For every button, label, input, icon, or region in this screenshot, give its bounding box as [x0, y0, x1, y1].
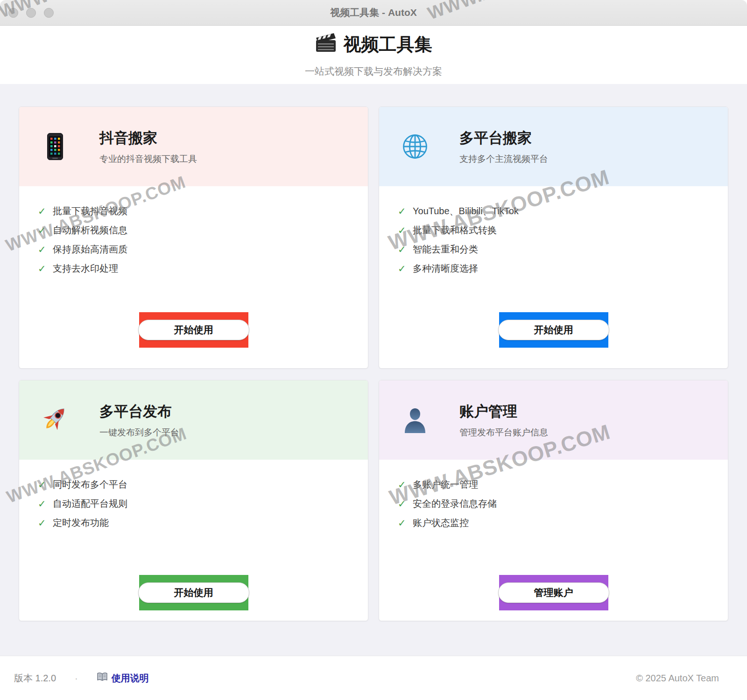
card-multiplatform-header: 多平台搬家 支持多个主流视频平台: [379, 107, 728, 186]
publish-start-button[interactable]: 开始使用: [138, 582, 249, 603]
zoom-window-button[interactable]: [44, 8, 54, 18]
feature-item: ✓同时发布多个平台: [38, 478, 368, 491]
check-icon: ✓: [398, 225, 413, 236]
card-account-management: 账户管理 管理发布平台账户信息 ✓多账户统一管理 ✓安全的登录信息存储 ✓账户状…: [379, 380, 728, 621]
card-subtitle: 支持多个主流视频平台: [459, 153, 548, 165]
feature-item: ✓多账户统一管理: [398, 478, 728, 491]
feature-item: ✓批量下载抖音视频: [38, 205, 368, 217]
usage-help-link[interactable]: 使用说明: [97, 672, 149, 685]
feature-item: ✓批量下载和格式转换: [398, 224, 728, 237]
usage-help-label: 使用说明: [112, 672, 149, 685]
card-multiplatform-mover: 多平台搬家 支持多个主流视频平台 ✓YouTube、Bilibili、TikTo…: [379, 106, 728, 369]
card-title: 账户管理: [459, 402, 548, 421]
phone-icon: [41, 133, 70, 160]
version-label: 版本 1.2.0: [14, 672, 56, 685]
app-header: 视频工具集 一站式视频下载与发布解决方案: [0, 26, 747, 84]
check-icon: ✓: [38, 498, 53, 510]
start-button-frame: 开始使用: [139, 575, 248, 610]
card-title: 抖音搬家: [99, 128, 197, 148]
feature-item: ✓多种清晰度选择: [398, 262, 728, 275]
user-icon: [401, 407, 430, 433]
feature-list: ✓多账户统一管理 ✓安全的登录信息存储 ✓账户状态监控: [379, 460, 728, 536]
footer: 版本 1.2.0 · 使用说明 © 2025 AutoX Team: [0, 656, 747, 700]
feature-item: ✓YouTube、Bilibili、TikTok: [398, 205, 728, 217]
card-douyin-mover: 抖音搬家 专业的抖音视频下载工具 ✓批量下载抖音视频 ✓自动解析视频信息 ✓保持…: [19, 106, 368, 369]
close-window-button[interactable]: [8, 8, 18, 18]
check-icon: ✓: [38, 518, 53, 529]
check-icon: ✓: [398, 518, 413, 529]
feature-item: ✓支持去水印处理: [38, 262, 368, 275]
window-title: 视频工具集 - AutoX: [330, 6, 416, 19]
douyin-start-button[interactable]: 开始使用: [138, 320, 249, 340]
manage-accounts-button[interactable]: 管理账户: [498, 582, 609, 603]
feature-item: ✓智能去重和分类: [398, 243, 728, 256]
check-icon: ✓: [38, 225, 53, 236]
minimize-window-button[interactable]: [26, 8, 36, 18]
book-icon: [97, 672, 108, 684]
check-icon: ✓: [38, 263, 53, 274]
card-subtitle: 专业的抖音视频下载工具: [99, 153, 197, 165]
card-multiplatform-publish: 多平台发布 一键发布到多个平台 ✓同时发布多个平台 ✓自动适配平台规则 ✓定时发…: [19, 380, 368, 621]
manage-button-frame: 管理账户: [499, 575, 608, 610]
feature-card-grid: 抖音搬家 专业的抖音视频下载工具 ✓批量下载抖音视频 ✓自动解析视频信息 ✓保持…: [19, 106, 728, 621]
feature-list: ✓批量下载抖音视频 ✓自动解析视频信息 ✓保持原始高清画质 ✓支持去水印处理: [19, 186, 368, 281]
page-subtitle: 一站式视频下载与发布解决方案: [0, 65, 747, 78]
main-content: 抖音搬家 专业的抖音视频下载工具 ✓批量下载抖音视频 ✓自动解析视频信息 ✓保持…: [0, 84, 747, 656]
clapperboard-icon: [315, 32, 337, 57]
card-title: 多平台发布: [99, 402, 179, 421]
page-title: 视频工具集: [0, 32, 747, 57]
card-subtitle: 管理发布平台账户信息: [459, 427, 548, 439]
start-button-frame: 开始使用: [499, 312, 608, 348]
check-icon: ✓: [38, 479, 53, 490]
feature-item: ✓定时发布功能: [38, 517, 368, 529]
feature-item: ✓安全的登录信息存储: [398, 497, 728, 510]
app-window: 视频工具集 - AutoX 视频工具集 一站式视频下载与发布解决方案: [0, 0, 747, 700]
page-title-text: 视频工具集: [344, 33, 432, 56]
card-subtitle: 一键发布到多个平台: [99, 427, 179, 439]
card-title: 多平台搬家: [459, 128, 548, 148]
feature-list: ✓同时发布多个平台 ✓自动适配平台规则 ✓定时发布功能: [19, 460, 368, 536]
dot-separator: ·: [75, 673, 78, 684]
titlebar: 视频工具集 - AutoX: [0, 0, 747, 26]
card-publish-header: 多平台发布 一键发布到多个平台: [19, 380, 368, 460]
check-icon: ✓: [398, 263, 413, 274]
check-icon: ✓: [398, 498, 413, 510]
check-icon: ✓: [398, 479, 413, 490]
copyright-label: © 2025 AutoX Team: [636, 673, 719, 684]
check-icon: ✓: [38, 244, 53, 255]
window-controls: [8, 8, 54, 18]
rocket-icon: [41, 406, 70, 434]
globe-icon: [401, 133, 430, 160]
feature-item: ✓自动解析视频信息: [38, 224, 368, 237]
card-douyin-header: 抖音搬家 专业的抖音视频下载工具: [19, 107, 368, 186]
multiplatform-start-button[interactable]: 开始使用: [498, 320, 609, 340]
start-button-frame: 开始使用: [139, 312, 248, 348]
check-icon: ✓: [38, 206, 53, 217]
feature-item: ✓账户状态监控: [398, 517, 728, 529]
feature-item: ✓保持原始高清画质: [38, 243, 368, 256]
feature-list: ✓YouTube、Bilibili、TikTok ✓批量下载和格式转换 ✓智能去…: [379, 186, 728, 281]
check-icon: ✓: [398, 244, 413, 255]
check-icon: ✓: [398, 206, 413, 217]
card-account-header: 账户管理 管理发布平台账户信息: [379, 380, 728, 460]
feature-item: ✓自动适配平台规则: [38, 497, 368, 510]
